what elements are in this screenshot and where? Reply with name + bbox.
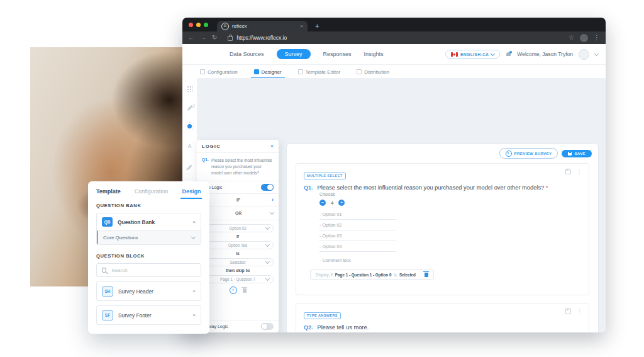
option-field-1[interactable]: - Option 01 bbox=[319, 209, 396, 220]
logic-bulb-icon[interactable] bbox=[187, 124, 192, 128]
display-logic-toggle-off[interactable] bbox=[261, 323, 274, 330]
delete-rule-icon[interactable] bbox=[425, 273, 428, 277]
logic-close-icon[interactable]: × bbox=[270, 144, 274, 149]
qb-label: Question Bank bbox=[118, 219, 187, 225]
nav-item-insights[interactable]: Insights bbox=[364, 51, 384, 57]
browser-addressbar: ← → ↻ https://www.reflecx.io ☆ ⋮ bbox=[182, 31, 606, 44]
skip-target-dropdown[interactable]: Page 1 - Question 7 bbox=[202, 275, 274, 283]
option-field-3[interactable]: - Option 03 bbox=[319, 230, 396, 241]
question-card-2[interactable]: TYPE ANSWERS ⋮ Q2. Please tell us more. … bbox=[296, 303, 589, 332]
logic-actions: + bbox=[230, 286, 247, 294]
rule-value: Selected bbox=[399, 273, 416, 277]
tab-designer-active[interactable]: Designer bbox=[254, 65, 282, 79]
condition-option-value: Option 02 bbox=[229, 226, 246, 230]
or-group-label: OR bbox=[235, 211, 242, 215]
section-question-bank: QUESTION BANK bbox=[96, 203, 201, 208]
condition-answer-dropdown[interactable]: Option Yes bbox=[202, 241, 274, 249]
edit-pencil-icon[interactable] bbox=[187, 164, 192, 170]
eye-icon bbox=[506, 150, 512, 157]
save-question-icon[interactable] bbox=[565, 309, 571, 314]
block-item-survey-header[interactable]: SH Survey Header × bbox=[96, 281, 201, 301]
card-actions: ⋮ bbox=[565, 169, 582, 174]
rule-is: is bbox=[394, 273, 397, 277]
remove-survey-footer-icon[interactable]: × bbox=[192, 313, 196, 318]
question-row: Q1. Please select the most influential r… bbox=[304, 184, 581, 191]
condition-state-value: Selected bbox=[230, 260, 246, 264]
nav-item-survey-active[interactable]: Survey bbox=[277, 49, 311, 59]
save-question-icon[interactable] bbox=[565, 169, 571, 174]
tab-template[interactable]: Template bbox=[96, 188, 121, 195]
panel-tabs: Template Configuration Design bbox=[96, 188, 201, 195]
tab-configuration-label: Configuration bbox=[208, 69, 238, 75]
logic-question-text: Please select the most influential reaso… bbox=[211, 157, 274, 176]
widgets-grid-icon[interactable] bbox=[187, 86, 193, 92]
skip-logic-toggle-on[interactable] bbox=[261, 184, 274, 191]
condition-option-dropdown[interactable]: Option 02 bbox=[202, 224, 274, 232]
rule-prefix: Display, if bbox=[316, 273, 333, 277]
tab-template-editor[interactable]: Template Editor bbox=[298, 65, 341, 79]
user-avatar[interactable] bbox=[579, 49, 589, 60]
remove-question-bank-icon[interactable]: × bbox=[192, 220, 196, 225]
increase-choices-icon[interactable]: + bbox=[338, 200, 345, 206]
new-tab-icon[interactable]: + bbox=[315, 22, 319, 30]
forward-icon[interactable]: → bbox=[200, 35, 206, 41]
nav-item-data-sources[interactable]: Data Sources bbox=[230, 51, 264, 57]
option-field-2[interactable]: - Option 02 bbox=[319, 220, 396, 230]
tab-configuration[interactable]: Configuration bbox=[135, 188, 169, 195]
question-number: Q1. bbox=[304, 184, 313, 191]
chevron-down-icon bbox=[270, 210, 274, 215]
window-controls bbox=[189, 23, 208, 27]
question-menu-icon[interactable]: ⋮ bbox=[577, 309, 582, 314]
tab-design-active[interactable]: Design bbox=[182, 188, 201, 195]
minimize-window-icon[interactable] bbox=[196, 23, 201, 27]
translate-icon[interactable]: A bbox=[187, 144, 192, 149]
language-selector[interactable]: ENGLISH-CA bbox=[445, 50, 500, 59]
option-field-4[interactable]: - Option 04 bbox=[319, 241, 396, 252]
display-rule-bar[interactable]: Display, if Page 1 - Question 1 - Option… bbox=[310, 269, 434, 280]
tab-close-icon[interactable]: × bbox=[300, 23, 303, 29]
back-icon[interactable]: ← bbox=[188, 35, 194, 41]
bookmark-star-icon[interactable]: ☆ bbox=[569, 35, 574, 41]
logic-question-number: Q1. bbox=[202, 157, 209, 176]
choice-count-stepper: − 4 + bbox=[319, 200, 581, 206]
decrease-choices-icon[interactable]: − bbox=[319, 200, 326, 206]
if-label: If bbox=[236, 234, 239, 239]
configuration-tab-icon bbox=[200, 69, 205, 74]
remove-survey-header-icon[interactable]: × bbox=[192, 289, 196, 294]
notifications-bell-icon[interactable] bbox=[506, 52, 511, 57]
question-number: Q2. bbox=[304, 324, 313, 331]
maximize-window-icon[interactable] bbox=[204, 23, 208, 27]
tab-distribution[interactable]: Distribution bbox=[357, 65, 389, 79]
url-text[interactable]: https://www.reflecx.io bbox=[236, 35, 569, 41]
settings-wrench-icon[interactable] bbox=[187, 105, 192, 111]
condition-state-dropdown[interactable]: Selected bbox=[202, 258, 274, 266]
choices-label: Choices bbox=[319, 192, 581, 196]
add-condition-icon[interactable]: + bbox=[230, 286, 237, 294]
card-actions: ⋮ bbox=[565, 309, 582, 314]
chevron-down-icon bbox=[265, 225, 270, 230]
close-window-icon[interactable] bbox=[189, 23, 193, 27]
user-menu-chevron-icon[interactable] bbox=[594, 51, 599, 55]
block-item-survey-footer[interactable]: SF Survey Footer × bbox=[96, 305, 201, 325]
tab-distribution-label: Distribution bbox=[364, 69, 389, 75]
sh-badge: SH bbox=[102, 286, 113, 297]
tab-configuration[interactable]: Configuration bbox=[200, 65, 238, 79]
core-questions-dropdown[interactable]: Core Questions bbox=[97, 230, 201, 244]
search-input[interactable] bbox=[110, 267, 196, 274]
designer-content: A LOGIC × Q1. Please select the most inf… bbox=[182, 78, 606, 332]
preview-survey-button[interactable]: PREVIEW SURVEY bbox=[499, 148, 558, 159]
question-card-1[interactable]: MULTIPLE SELECT ⋮ Q1. Please select the … bbox=[296, 163, 589, 295]
question-menu-icon[interactable]: ⋮ bbox=[577, 169, 582, 174]
reload-icon[interactable]: ↻ bbox=[212, 35, 217, 41]
save-label: SAVE bbox=[574, 151, 586, 156]
browser-menu-icon[interactable]: ⋮ bbox=[594, 35, 600, 41]
search-box bbox=[96, 263, 201, 277]
nav-item-responses[interactable]: Responses bbox=[323, 51, 352, 57]
tab-template-editor-label: Template Editor bbox=[306, 69, 341, 75]
save-button[interactable]: SAVE bbox=[562, 150, 592, 157]
delete-condition-icon[interactable] bbox=[243, 288, 247, 293]
question-bank-card[interactable]: QB Question Bank × Core Questions bbox=[96, 213, 201, 245]
browser-profile-avatar[interactable] bbox=[580, 34, 588, 42]
question-type-badge: MULTIPLE SELECT bbox=[304, 173, 346, 179]
browser-tab[interactable]: R reflecx × bbox=[217, 21, 308, 31]
